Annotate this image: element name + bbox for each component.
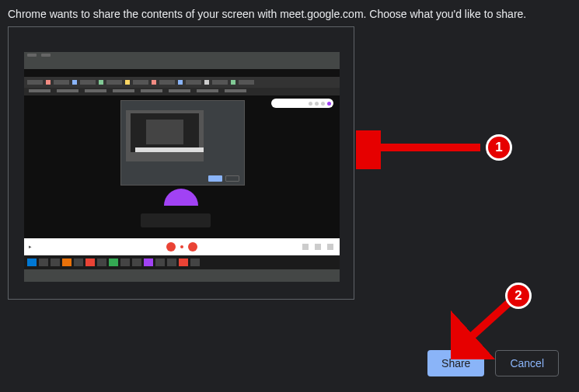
dialog-prompt-text: Chrome wants to share the contents of yo… [0,0,579,26]
annotation-arrow-1 [356,130,496,169]
annotation-badge-2: 2 [505,283,532,309]
screen-thumbnail-option[interactable]: ▸ [8,26,354,300]
preview-tabs [24,77,340,88]
preview-nested-dialog [120,100,245,186]
svg-line-3 [462,300,511,345]
preview-controls: ▸ [24,238,340,255]
preview-bookmarks [24,88,340,95]
preview-viewport [24,95,340,249]
annotation-badge-1: 1 [486,134,512,161]
preview-taskbar [24,255,340,269]
screen-preview: ▸ [24,52,340,282]
